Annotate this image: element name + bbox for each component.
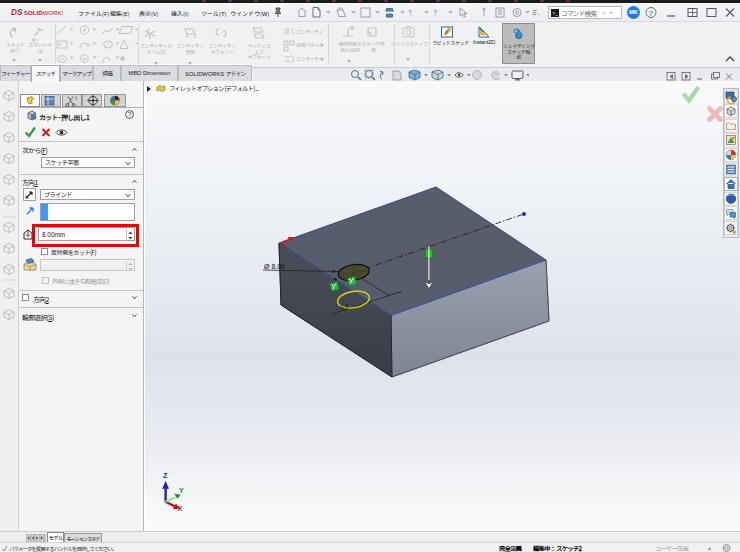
- svg-text:DS: DS: [11, 8, 23, 17]
- svg-text:?: ?: [649, 9, 654, 18]
- svg-text:Y: Y: [179, 487, 184, 494]
- svg-text:X: X: [178, 505, 183, 512]
- svg-text:Ø 8.00: Ø 8.00: [264, 263, 285, 270]
- svg-text:Z: Z: [163, 472, 168, 479]
- svg-text:ミ..: ミ..: [531, 9, 540, 16]
- svg-text:SOLIDWORKS: SOLIDWORKS: [24, 9, 63, 16]
